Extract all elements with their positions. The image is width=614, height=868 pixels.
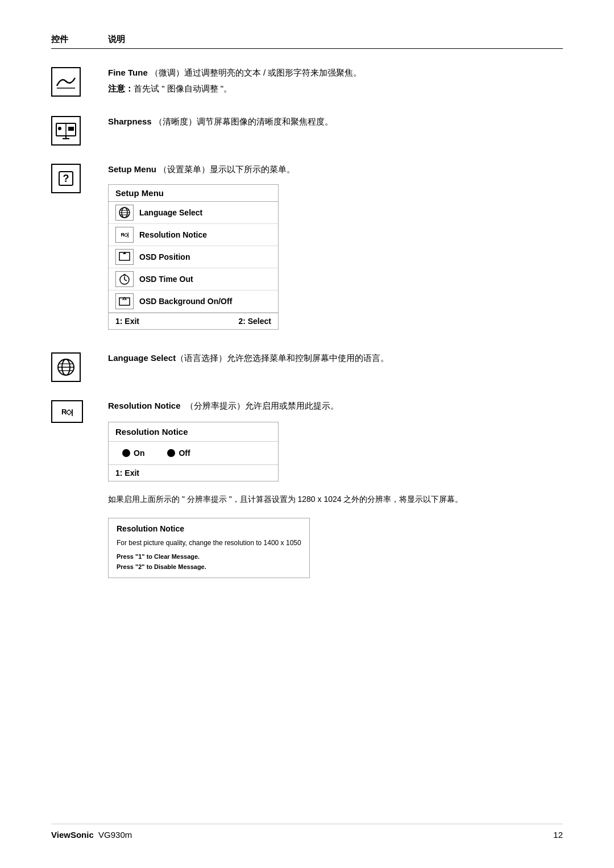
rn-on-label: On	[134, 448, 144, 458]
menu-footer: 1: Exit 2: Select	[109, 313, 278, 329]
footer-page-number: 12	[553, 830, 563, 840]
menu-label-osd-timeout: OSD Time Out	[139, 275, 193, 284]
osd-position-icon	[115, 249, 134, 265]
osd-bg-icon	[115, 293, 134, 309]
rn-press2: Press "2" to Disable Message.	[117, 562, 301, 572]
language-select-icon-cell	[51, 351, 102, 382]
section-sharpness: Sharpness （清晰度）调节屏幕图像的清晰度和聚焦程度。	[51, 115, 563, 146]
sharpness-cn-title: （清晰度）	[154, 117, 197, 126]
resolution-notice-cn-title: （分辨率提示）	[185, 401, 245, 410]
setup-menu-content: Setup Menu （设置菜单）显示以下所示的菜单。 Setup Menu	[102, 163, 563, 334]
language-select-title: Language Select	[108, 353, 176, 363]
rn-exit-label: 1: Exit	[115, 468, 139, 477]
resolution-notice-content: Resolution Notice （分辨率提示）允许启用或禁用此提示。 Res…	[102, 399, 563, 578]
menu-item-osd-position: OSD Position	[109, 246, 278, 268]
finetune-note: 注意：首先试 " 图像自动调整 "。	[108, 82, 563, 95]
page-footer: ViewSonic VG930m 12	[51, 824, 563, 840]
footer-brand: ViewSonic	[51, 830, 94, 840]
language-select-cn-title: （语言选择）	[176, 353, 227, 363]
menu-label-language: Language Select	[139, 208, 202, 217]
language-select-icon	[51, 352, 81, 382]
finetune-title: Fine Tune	[108, 68, 148, 77]
menu-item-resolution: R◇| Resolution Notice	[109, 224, 278, 246]
header-controls: 控件	[51, 34, 108, 45]
svg-point-3	[58, 127, 61, 130]
resolution-icon-small: R◇|	[115, 227, 134, 243]
table-header: 控件 说明	[51, 34, 563, 49]
menu-item-language: Language Select	[109, 202, 278, 224]
rn-display-press: Press "1" to Clear Message. Press "2" to…	[117, 552, 301, 572]
setup-menu-title: Setup Menu	[108, 164, 156, 174]
finetune-icon	[51, 67, 81, 97]
resolution-notice-desc: 允许启用或禁用此提示。	[245, 401, 339, 410]
menu-exit-label: 1: Exit	[115, 317, 139, 326]
setup-menu-box-title: Setup Menu	[109, 185, 278, 202]
sharpness-title: Sharpness	[108, 117, 152, 126]
osd-timeout-icon	[115, 271, 134, 287]
sharpness-icon	[51, 116, 81, 146]
resolution-notice-text: Resolution Notice （分辨率提示）允许启用或禁用此提示。	[108, 399, 563, 413]
setup-menu-desc: 显示以下所示的菜单。	[210, 164, 295, 174]
section-language-select: Language Select（语言选择）允许您选择菜单和控制屏幕中使用的语言。	[51, 351, 563, 382]
resolution-notice-box: Resolution Notice On Off 1: Exit	[108, 422, 279, 481]
resolution-notice-display-box: Resolution Notice For best picture quali…	[108, 518, 310, 578]
language-select-content: Language Select（语言选择）允许您选择菜单和控制屏幕中使用的语言。	[102, 351, 563, 367]
setup-menu-box: Setup Menu Language Select	[108, 184, 279, 330]
sharpness-content: Sharpness （清晰度）调节屏幕图像的清晰度和聚焦程度。	[102, 115, 563, 131]
rn-options-row: On Off	[109, 441, 278, 465]
sharpness-text: Sharpness （清晰度）调节屏幕图像的清晰度和聚焦程度。	[108, 115, 563, 128]
header-description: 说明	[108, 34, 125, 45]
setup-menu-text: Setup Menu （设置菜单）显示以下所示的菜单。	[108, 163, 563, 176]
rn-footer: 1: Exit	[109, 465, 278, 481]
radio-off-icon	[167, 449, 175, 457]
language-select-desc: 允许您选择菜单和控制屏幕中使用的语言。	[227, 353, 389, 363]
language-icon	[115, 205, 134, 221]
page: 控件 说明 Fine Tune （微调）通过调整明亮的文本 / 或图形字符来加强…	[0, 0, 614, 641]
setup-menu-icon-cell: ?	[51, 163, 102, 193]
rn-display-title: Resolution Notice	[117, 524, 301, 533]
rn-option-off: Off	[167, 448, 190, 458]
menu-label-resolution: Resolution Notice	[139, 230, 207, 239]
menu-label-osd-position: OSD Position	[139, 252, 190, 261]
resolution-notice-icon-cell: R◇|	[51, 399, 102, 423]
section-resolution-notice: R◇| Resolution Notice （分辨率提示）允许启用或禁用此提示。…	[51, 399, 563, 578]
finetune-desc: 通过调整明亮的文本 / 或图形字符来加强聚焦。	[184, 68, 362, 77]
setup-menu-cn-title: （设置菜单）	[159, 164, 210, 174]
resolution-notice-title: Resolution Notice	[108, 401, 181, 410]
finetune-content: Fine Tune （微调）通过调整明亮的文本 / 或图形字符来加强聚焦。 注意…	[102, 66, 563, 98]
rn-option-on: On	[122, 448, 144, 458]
footer-branding: ViewSonic VG930m	[51, 830, 132, 840]
sharpness-desc: 调节屏幕图像的清晰度和聚焦程度。	[197, 117, 333, 126]
setup-menu-icon: ?	[51, 164, 81, 193]
section-setup-menu: ? Setup Menu （设置菜单）显示以下所示的菜单。 Setup Menu	[51, 163, 563, 334]
finetune-cn-title: （微调）	[150, 68, 184, 77]
language-select-text: Language Select（语言选择）允许您选择菜单和控制屏幕中使用的语言。	[108, 351, 563, 365]
menu-select-label: 2: Select	[238, 317, 271, 326]
svg-rect-4	[68, 127, 74, 131]
finetune-text: Fine Tune （微调）通过调整明亮的文本 / 或图形字符来加强聚焦。	[108, 66, 563, 80]
finetune-icon-cell	[51, 66, 102, 97]
rn-press1: Press "1" to Clear Message.	[117, 552, 301, 562]
menu-item-osd-bg: OSD Background On/Off	[109, 290, 278, 313]
svg-line-18	[125, 280, 127, 281]
rn-box-title: Resolution Notice	[109, 422, 278, 441]
sharpness-icon-cell	[51, 115, 102, 146]
rn-off-label: Off	[179, 448, 190, 458]
radio-on-icon	[122, 449, 130, 457]
finetune-note-label: 注意：	[108, 84, 134, 93]
svg-text:?: ?	[63, 173, 69, 184]
finetune-note-text: 首先试 " 图像自动调整 "。	[134, 84, 232, 93]
resolution-notice-para: 如果启用上面所示的 " 分辨率提示 "，且计算器设置为 1280 x 1024 …	[108, 493, 563, 506]
rn-display-msg: For best picture quality, change the res…	[117, 538, 301, 549]
footer-model: VG930m	[98, 830, 132, 840]
menu-item-osd-timeout: OSD Time Out	[109, 268, 278, 290]
menu-label-osd-bg: OSD Background On/Off	[139, 297, 232, 306]
resolution-notice-icon: R◇|	[51, 400, 83, 423]
svg-rect-20	[119, 298, 130, 305]
section-finetune: Fine Tune （微调）通过调整明亮的文本 / 或图形字符来加强聚焦。 注意…	[51, 66, 563, 98]
